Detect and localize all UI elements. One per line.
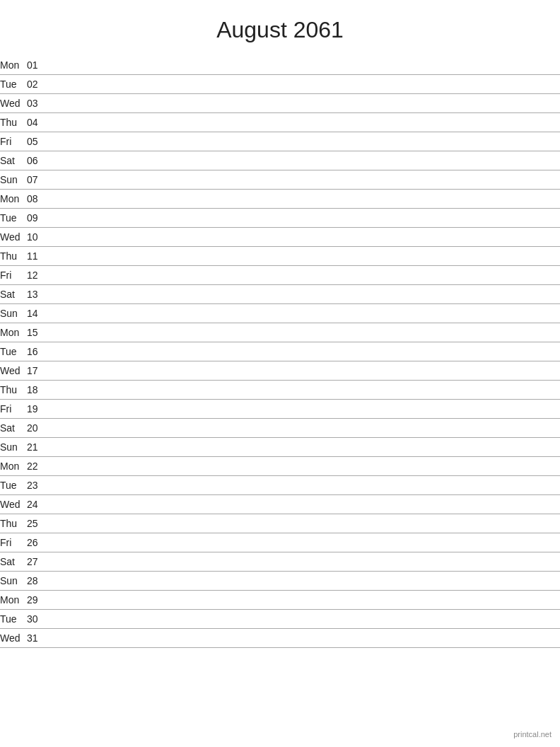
day-content-area — [48, 75, 560, 94]
day-name: Sat — [0, 285, 27, 304]
table-row: Mon29 — [0, 591, 560, 610]
day-name: Fri — [0, 400, 27, 419]
day-content-area — [48, 151, 560, 170]
day-number: 13 — [27, 285, 48, 304]
day-number: 31 — [27, 629, 48, 648]
day-number: 24 — [27, 495, 48, 514]
table-row: Wed24 — [0, 495, 560, 514]
day-number: 14 — [27, 304, 48, 323]
day-name: Wed — [0, 94, 27, 113]
day-name: Mon — [0, 323, 27, 342]
table-row: Sat06 — [0, 151, 560, 170]
day-number: 07 — [27, 170, 48, 190]
table-row: Sun14 — [0, 304, 560, 323]
day-content-area — [48, 113, 560, 132]
day-name: Tue — [0, 75, 27, 94]
day-content-area — [48, 323, 560, 342]
day-number: 11 — [27, 247, 48, 266]
day-name: Mon — [0, 591, 27, 610]
table-row: Sun28 — [0, 572, 560, 591]
day-content-area — [48, 266, 560, 285]
day-number: 20 — [27, 419, 48, 438]
day-name: Wed — [0, 629, 27, 648]
day-name: Fri — [0, 132, 27, 151]
day-number: 06 — [27, 151, 48, 170]
day-number: 23 — [27, 476, 48, 495]
day-name: Sat — [0, 552, 27, 572]
day-number: 15 — [27, 323, 48, 342]
day-name: Thu — [0, 113, 27, 132]
day-content-area — [48, 591, 560, 610]
day-name: Wed — [0, 228, 27, 247]
day-name: Thu — [0, 381, 27, 400]
day-name: Mon — [0, 190, 27, 209]
day-name: Thu — [0, 514, 27, 533]
day-content-area — [48, 190, 560, 209]
day-number: 05 — [27, 132, 48, 151]
day-content-area — [48, 361, 560, 381]
day-name: Mon — [0, 56, 27, 75]
table-row: Fri26 — [0, 533, 560, 552]
day-content-area — [48, 514, 560, 533]
day-name: Sun — [0, 572, 27, 591]
day-content-area — [48, 304, 560, 323]
day-name: Fri — [0, 533, 27, 552]
table-row: Tue02 — [0, 75, 560, 94]
day-number: 09 — [27, 209, 48, 228]
day-content-area — [48, 209, 560, 228]
table-row: Thu04 — [0, 113, 560, 132]
table-row: Thu18 — [0, 381, 560, 400]
table-row: Tue09 — [0, 209, 560, 228]
day-name: Tue — [0, 476, 27, 495]
day-content-area — [48, 285, 560, 304]
day-content-area — [48, 419, 560, 438]
day-name: Sat — [0, 151, 27, 170]
day-number: 12 — [27, 266, 48, 285]
day-number: 30 — [27, 610, 48, 629]
table-row: Wed10 — [0, 228, 560, 247]
day-name: Wed — [0, 361, 27, 381]
table-row: Sun21 — [0, 438, 560, 457]
day-content-area — [48, 572, 560, 591]
table-row: Fri12 — [0, 266, 560, 285]
table-row: Sat27 — [0, 552, 560, 572]
day-name: Wed — [0, 495, 27, 514]
day-number: 10 — [27, 228, 48, 247]
day-content-area — [48, 132, 560, 151]
day-number: 18 — [27, 381, 48, 400]
day-number: 28 — [27, 572, 48, 591]
day-content-area — [48, 495, 560, 514]
page-title: August 2061 — [0, 0, 560, 56]
table-row: Tue30 — [0, 610, 560, 629]
day-number: 16 — [27, 342, 48, 361]
day-content-area — [48, 228, 560, 247]
footer-text: printcal.net — [513, 730, 552, 739]
day-content-area — [48, 476, 560, 495]
day-content-area — [48, 552, 560, 572]
day-content-area — [48, 457, 560, 476]
day-content-area — [48, 438, 560, 457]
table-row: Mon15 — [0, 323, 560, 342]
table-row: Fri05 — [0, 132, 560, 151]
table-row: Mon08 — [0, 190, 560, 209]
table-row: Sat20 — [0, 419, 560, 438]
day-number: 27 — [27, 552, 48, 572]
day-number: 22 — [27, 457, 48, 476]
day-name: Tue — [0, 610, 27, 629]
table-row: Sun07 — [0, 170, 560, 190]
day-name: Tue — [0, 209, 27, 228]
table-row: Tue23 — [0, 476, 560, 495]
day-number: 26 — [27, 533, 48, 552]
table-row: Mon01 — [0, 56, 560, 75]
table-row: Thu11 — [0, 247, 560, 266]
table-row: Wed17 — [0, 361, 560, 381]
day-name: Sat — [0, 419, 27, 438]
table-row: Sat13 — [0, 285, 560, 304]
day-content-area — [48, 533, 560, 552]
day-number: 04 — [27, 113, 48, 132]
table-row: Thu25 — [0, 514, 560, 533]
table-row: Wed03 — [0, 94, 560, 113]
table-row: Fri19 — [0, 400, 560, 419]
day-number: 21 — [27, 438, 48, 457]
table-row: Wed31 — [0, 629, 560, 648]
